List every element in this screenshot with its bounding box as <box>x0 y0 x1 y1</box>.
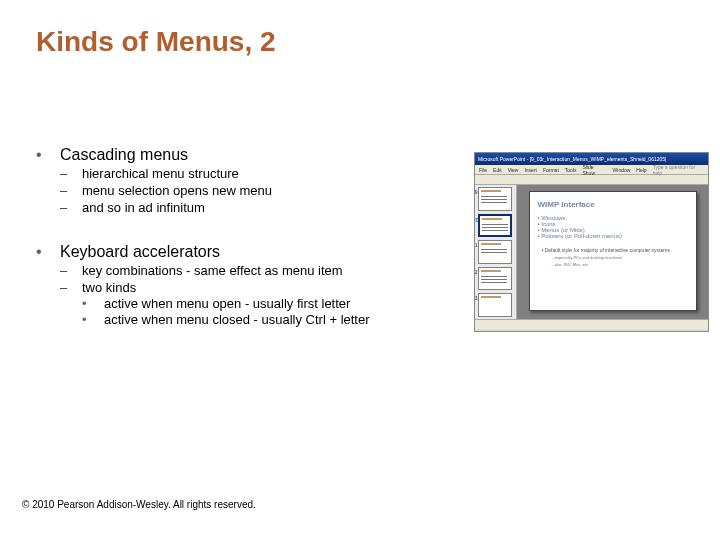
menu-item: Slide Show <box>582 164 606 176</box>
window-title: Microsoft PowerPoint - [9_03r_Interactio… <box>478 156 666 162</box>
preview-note: • Default style for majority of interact… <box>542 247 688 253</box>
sub-bullet-text: and so in ad infinitum <box>82 200 205 215</box>
menu-item: File <box>479 167 487 173</box>
preview-subnote: – especially PCs and desktop machines <box>552 255 688 260</box>
bullet-text: Keyboard accelerators <box>60 243 220 261</box>
menu-item: Insert <box>524 167 537 173</box>
slide-thumbnail: 19 <box>478 187 512 211</box>
menu-item: Format <box>543 167 559 173</box>
preview-subnote: – aka: GUI, Mac, etc. <box>552 262 688 267</box>
sub-sub-bullet: • active when menu open - usually first … <box>82 296 460 311</box>
sub-bullet: – two kinds <box>60 280 460 295</box>
slide-editor: WIMP Interface Windows Icons Menus (or M… <box>517 185 708 319</box>
slide-thumbnail: 22 <box>478 267 512 291</box>
menubar: File Edit View Insert Format Tools Slide… <box>475 165 708 175</box>
sub-bullet-text: two kinds <box>82 280 136 295</box>
slide-thumbnail: 21 <box>478 240 512 264</box>
sub-bullet: – and so in ad infinitum <box>60 200 460 215</box>
menu-item: Tools <box>565 167 577 173</box>
toolbar <box>475 175 708 185</box>
dot-marker: • <box>82 312 104 327</box>
sub-bullet: – key combinations - same effect as menu… <box>60 263 460 278</box>
slide-thumbnail: 23 <box>478 293 512 317</box>
preview-title: WIMP Interface <box>538 200 688 209</box>
preview-bullet: Pointers (or Pull-down menus) <box>538 233 688 239</box>
menu-item: View <box>508 167 519 173</box>
dash-marker: – <box>60 183 82 198</box>
dash-marker: – <box>60 166 82 181</box>
sub-bullet-text: hierarchical menu structure <box>82 166 239 181</box>
bullet-keyboard: • Keyboard accelerators <box>30 243 460 261</box>
bullet-marker: • <box>30 243 60 261</box>
help-hint: Type a question for help <box>653 164 704 176</box>
sub-bullet-text: key combinations - same effect as menu i… <box>82 263 343 278</box>
dash-marker: – <box>60 263 82 278</box>
slide-content: • Cascading menus – hierarchical menu st… <box>30 140 460 327</box>
thumbnail-panel: 19 20 21 22 23 <box>475 185 517 319</box>
sub-bullet: – menu selection opens new menu <box>60 183 460 198</box>
copyright-notice: © 2010 Pearson Addison-Wesley. All right… <box>22 499 256 510</box>
dash-marker: – <box>60 280 82 295</box>
menu-item: Help <box>636 167 646 173</box>
sub-sub-bullet: • active when menu closed - usually Ctrl… <box>82 312 460 327</box>
slide-thumbnail-selected: 20 <box>478 214 512 238</box>
sub-bullet-text: menu selection opens new menu <box>82 183 272 198</box>
bullet-marker: • <box>30 146 60 164</box>
sub-bullet: – hierarchical menu structure <box>60 166 460 181</box>
sub-sub-bullet-text: active when menu open - usually first le… <box>104 296 350 311</box>
menu-item: Edit <box>493 167 502 173</box>
bullet-text: Cascading menus <box>60 146 188 164</box>
bullet-cascading: • Cascading menus <box>30 146 460 164</box>
slide-preview: WIMP Interface Windows Icons Menus (or M… <box>529 191 697 311</box>
menu-item: Window <box>613 167 631 173</box>
powerpoint-screenshot: Microsoft PowerPoint - [9_03r_Interactio… <box>474 152 709 332</box>
slide-title: Kinds of Menus, 2 <box>36 26 276 58</box>
dot-marker: • <box>82 296 104 311</box>
preview-bullets: Windows Icons Menus (or Mice) Pointers (… <box>538 215 688 239</box>
statusbar <box>475 319 708 329</box>
workspace: 19 20 21 22 23 WIMP Interface Windows Ic… <box>475 185 708 319</box>
dash-marker: – <box>60 200 82 215</box>
sub-sub-bullet-text: active when menu closed - usually Ctrl +… <box>104 312 370 327</box>
